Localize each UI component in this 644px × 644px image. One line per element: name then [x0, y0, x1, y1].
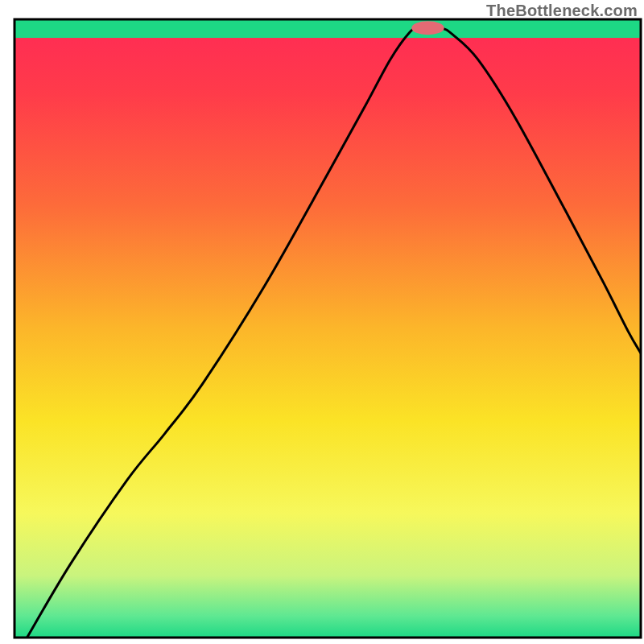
chart-canvas	[0, 0, 644, 644]
plot-area	[14, 19, 641, 638]
bottleneck-marker	[411, 21, 444, 35]
bottleneck-chart: TheBottleneck.com	[0, 0, 644, 644]
green-band	[14, 19, 641, 38]
watermark-text: TheBottleneck.com	[486, 2, 638, 20]
gradient-background	[14, 19, 641, 638]
